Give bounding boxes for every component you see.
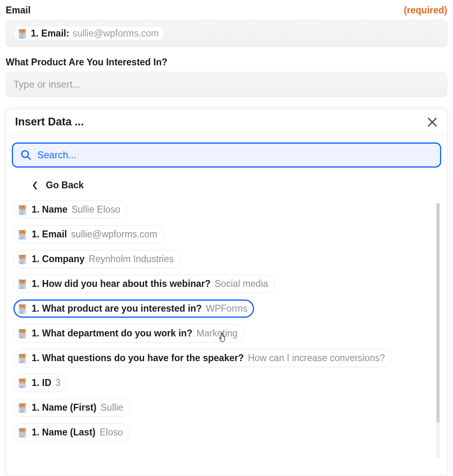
scrollbar-thumb[interactable] xyxy=(436,203,440,422)
data-item-pill[interactable]: 1. How did you hear about this webinar?S… xyxy=(13,275,275,293)
product-label: What Product Are You Interested In? xyxy=(6,57,167,68)
wpforms-icon xyxy=(17,254,28,265)
data-item-label: 1. Name xyxy=(32,204,67,215)
go-back-button[interactable]: Go Back xyxy=(12,168,441,200)
data-item-value: WPForms xyxy=(206,303,247,314)
wpforms-icon xyxy=(17,427,28,438)
data-item-value: Sullie Eloso xyxy=(71,204,120,215)
product-label-row: What Product Are You Interested In? xyxy=(6,57,447,68)
data-item-value: 3 xyxy=(56,377,61,388)
data-item-value: Reynholm Industries xyxy=(88,254,174,265)
email-label-row: Email (required) xyxy=(6,5,447,16)
scrollbar-track[interactable] xyxy=(436,203,440,458)
data-item-label: 1. Name (Last) xyxy=(32,427,95,438)
wpforms-icon xyxy=(17,403,28,413)
wpforms-icon xyxy=(17,304,28,314)
panel-body: Go Back 1. NameSullie Eloso1. Emailsulli… xyxy=(6,134,447,476)
search-wrap[interactable] xyxy=(12,142,441,168)
wpforms-icon xyxy=(17,229,28,240)
close-icon[interactable] xyxy=(427,116,438,128)
data-item-value: How can I increase conversions? xyxy=(248,353,385,364)
email-field-row: Email (required) 1. Email: sullie@wpform… xyxy=(6,5,447,47)
data-item-pill[interactable]: 1. NameSullie Eloso xyxy=(13,200,127,219)
data-item-pill[interactable]: 1. What questions do you have for the sp… xyxy=(13,349,392,367)
data-item-label: 1. What product are you interested in? xyxy=(32,303,202,314)
email-input-box[interactable]: 1. Email: sullie@wpforms.com xyxy=(6,20,447,47)
wpforms-icon xyxy=(17,205,28,215)
list-wrap: 1. NameSullie Eloso1. Emailsullie@wpform… xyxy=(12,200,441,461)
product-input-box[interactable]: Type or insert... xyxy=(6,72,447,97)
data-item-list: 1. NameSullie Eloso1. Emailsullie@wpform… xyxy=(12,200,441,461)
product-placeholder: Type or insert... xyxy=(13,79,80,90)
wpforms-icon xyxy=(17,328,28,339)
data-item-pill[interactable]: 1. Name (Last)Eloso xyxy=(13,423,130,442)
data-item-pill[interactable]: 1. Emailsullie@wpforms.com xyxy=(13,225,164,243)
data-item-value: Marketing xyxy=(196,328,237,339)
data-item-label: 1. Email xyxy=(32,229,67,240)
data-item-label: 1. How did you hear about this webinar? xyxy=(32,278,211,289)
data-item-value: Social media xyxy=(215,278,268,289)
data-item-label: 1. What questions do you have for the sp… xyxy=(32,353,244,364)
email-label: Email xyxy=(6,5,30,16)
email-token-value: sullie@wpforms.com xyxy=(73,28,159,39)
data-item-pill[interactable]: 1. Name (First)Sullie xyxy=(13,398,130,417)
panel-title: Insert Data ... xyxy=(15,116,84,128)
product-field-row: What Product Are You Interested In? Type… xyxy=(6,57,447,97)
data-item-label: 1. Name (First) xyxy=(32,402,97,413)
chevron-left-icon xyxy=(32,181,38,190)
search-icon xyxy=(20,149,32,161)
form-area: Email (required) 1. Email: sullie@wpform… xyxy=(0,0,453,97)
data-item-pill[interactable]: 1. What product are you interested in?WP… xyxy=(13,299,254,318)
data-item-pill[interactable]: 1. What department do you work in?Market… xyxy=(13,324,244,342)
email-token-label: 1. Email: xyxy=(31,28,69,39)
panel-header: Insert Data ... xyxy=(6,109,447,134)
data-item-label: 1. Company xyxy=(32,254,84,265)
data-item-pill[interactable]: 1. CompanyReynholm Industries xyxy=(13,250,181,268)
email-token[interactable]: 1. Email: sullie@wpforms.com xyxy=(13,26,165,41)
go-back-label: Go Back xyxy=(46,180,84,191)
data-item-value: Eloso xyxy=(99,427,123,438)
wpforms-icon xyxy=(17,28,28,39)
required-tag: (required) xyxy=(404,5,447,16)
data-item-value: Sullie xyxy=(101,402,123,413)
wpforms-icon xyxy=(17,279,28,289)
search-input[interactable] xyxy=(37,149,433,161)
data-item-label: 1. ID xyxy=(32,377,52,388)
data-item-label: 1. What department do you work in? xyxy=(32,328,192,339)
data-item-pill[interactable]: 1. ID3 xyxy=(13,374,67,392)
wpforms-icon xyxy=(17,353,28,364)
data-item-value: sullie@wpforms.com xyxy=(71,229,157,240)
wpforms-icon xyxy=(17,378,28,388)
insert-data-panel: Insert Data ... Go Back 1. NameSullie El… xyxy=(6,109,447,476)
